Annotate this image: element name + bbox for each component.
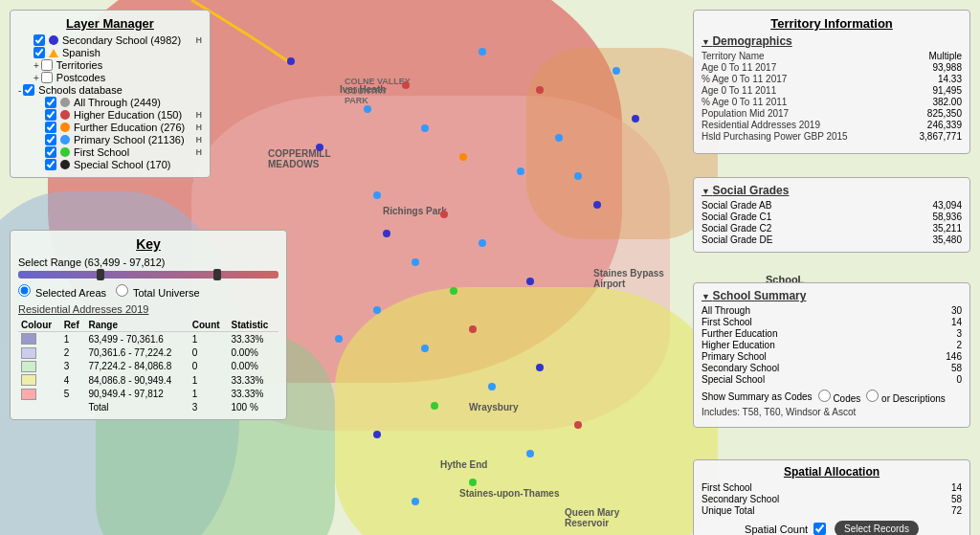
radio-descriptions-label[interactable]: or Descriptions xyxy=(866,390,945,404)
lm-checkbox-primary[interactable] xyxy=(45,134,56,145)
select-records-button[interactable]: Select Records xyxy=(835,521,919,535)
ss-label: First School xyxy=(702,317,752,327)
lm-checkbox-first-school[interactable] xyxy=(45,146,56,158)
lm-dot-primary xyxy=(60,135,70,145)
key-cell-color xyxy=(18,346,61,359)
radio-descriptions[interactable] xyxy=(866,390,879,402)
school-dot xyxy=(431,402,438,410)
lm-badge-further-ed: H xyxy=(196,123,203,132)
school-summary-row: Primary School146 xyxy=(702,351,962,362)
territory-row: Residential Addresses 2019246,339 xyxy=(702,120,962,130)
lm-checkbox-all-through[interactable] xyxy=(45,97,56,108)
school-dot xyxy=(526,278,534,285)
social-grade-row: Social Grade DE35,480 xyxy=(702,234,962,245)
lm-label-spanish: Spanish xyxy=(62,47,100,58)
school-summary-row: Special School0 xyxy=(702,374,962,385)
demographics-section: Demographics Territory NameMultipleAge 0… xyxy=(702,34,962,142)
lm-dot-special xyxy=(60,160,70,169)
spatial-count-checkbox[interactable] xyxy=(813,523,826,535)
key-radio-selected[interactable]: Selected Areas xyxy=(18,284,106,299)
social-grades-title: Social Grades xyxy=(702,184,962,197)
lm-checkbox-higher-ed[interactable] xyxy=(45,109,56,121)
school-dot xyxy=(373,306,381,314)
spatial-title: Spatial Allocation xyxy=(702,465,962,479)
school-summary-row: Higher Education2 xyxy=(702,340,962,350)
key-cell-color xyxy=(18,373,61,387)
school-dot xyxy=(412,498,419,505)
school-dot xyxy=(402,81,410,89)
school-dot xyxy=(612,67,620,75)
territory-row-value: Multiple xyxy=(929,51,962,61)
lm-checkbox-territories[interactable] xyxy=(41,59,53,71)
lm-row-schools-db: - Schools database xyxy=(18,84,202,96)
ss-label: All Through xyxy=(702,305,750,316)
school-dot xyxy=(479,239,486,247)
lm-checkbox-schools-db[interactable] xyxy=(23,84,34,96)
key-cell-ref: 3 xyxy=(61,360,86,373)
territory-rows: Territory NameMultipleAge 0 To 11 201793… xyxy=(702,51,962,142)
school-dot xyxy=(536,364,544,371)
key-radio-row: Selected Areas Total Universe xyxy=(18,284,278,299)
key-cell-ref: 4 xyxy=(61,373,86,387)
territory-row-label: % Age 0 To 11 2011 xyxy=(702,97,787,107)
key-range-label: Select Range (63,499 - 97,812) xyxy=(18,256,278,268)
territory-row-label: Hsld Purchasing Power GBP 2015 xyxy=(702,131,848,142)
school-dot xyxy=(373,191,381,199)
lm-label-first-school: First School xyxy=(74,146,129,158)
lm-expand-territories[interactable]: + xyxy=(33,60,39,71)
spatial-rows: First School14Secondary School58Unique T… xyxy=(702,482,962,516)
spatial-row: Secondary School58 xyxy=(702,494,962,504)
school-dot xyxy=(421,345,429,352)
key-cell-color xyxy=(18,387,61,400)
school-dot xyxy=(469,479,477,486)
school-summary-title: School Summary xyxy=(702,289,962,302)
key-slider[interactable] xyxy=(18,271,278,279)
radio-codes-label[interactable]: Codes xyxy=(818,390,861,404)
school-dot xyxy=(632,115,639,123)
key-panel: Key Select Range (63,499 - 97,812) Selec… xyxy=(10,230,287,420)
spatial-count-label: Spatial Count xyxy=(745,524,808,535)
lm-label-all-through: All Through (2449) xyxy=(74,97,161,108)
lm-label-secondary: Secondary School (4982) xyxy=(62,34,181,46)
lm-checkbox-spanish[interactable] xyxy=(33,47,45,58)
key-cell-range: 84,086.8 - 90,949.4 xyxy=(85,373,189,387)
lm-checkbox-secondary[interactable] xyxy=(33,34,45,46)
ss-value: 3 xyxy=(956,328,962,339)
lm-expand-postcodes[interactable]: + xyxy=(33,73,39,83)
key-cell-count: 1 xyxy=(189,373,229,387)
lm-dot-further-ed xyxy=(60,123,70,132)
ss-label: Secondary School xyxy=(702,363,779,373)
social-grades-rows: Social Grade AB43,094Social Grade C158,9… xyxy=(702,200,962,245)
social-grade-row: Social Grade AB43,094 xyxy=(702,200,962,211)
lm-expand-schools[interactable]: - xyxy=(18,85,21,96)
lm-row-higher-ed: Higher Education (150) H xyxy=(18,109,202,121)
territory-row: % Age 0 To 11 2011382.00 xyxy=(702,97,962,107)
key-cell-color xyxy=(18,360,61,373)
radio-codes[interactable] xyxy=(818,390,831,402)
key-col-colour: Colour xyxy=(18,319,61,332)
school-dot xyxy=(536,86,544,94)
lm-checkbox-special[interactable] xyxy=(45,159,56,170)
lm-dot-higher-ed xyxy=(60,110,70,120)
key-cell-ref: 1 xyxy=(61,332,86,346)
lm-checkbox-postcodes[interactable] xyxy=(41,72,53,83)
lm-row-all-through: All Through (2449) xyxy=(18,97,202,108)
lm-row-primary: Primary School (21136) H xyxy=(18,134,202,145)
territory-row-value: 14.33 xyxy=(938,74,962,84)
key-cell-count: 1 xyxy=(189,332,229,346)
sg-label: Social Grade C2 xyxy=(702,223,771,234)
key-color-swatch xyxy=(21,374,36,386)
key-col-count: Count xyxy=(189,319,229,332)
school-dot xyxy=(469,325,477,333)
social-grade-row: Social Grade C235,211 xyxy=(702,223,962,234)
sg-label: Social Grade C1 xyxy=(702,212,771,222)
lm-badge-primary: H xyxy=(196,135,203,145)
lm-checkbox-further-ed[interactable] xyxy=(45,122,56,133)
lm-row-territories: + Territories xyxy=(18,59,202,71)
lm-row-spanish: Spanish xyxy=(18,47,202,58)
key-cell-stat: 0.00% xyxy=(229,360,279,373)
territory-row-label: Residential Addresses 2019 xyxy=(702,120,820,130)
ss-label: Special School xyxy=(702,374,765,385)
ss-value: 146 xyxy=(946,351,962,362)
key-radio-total[interactable]: Total Universe xyxy=(116,284,200,299)
